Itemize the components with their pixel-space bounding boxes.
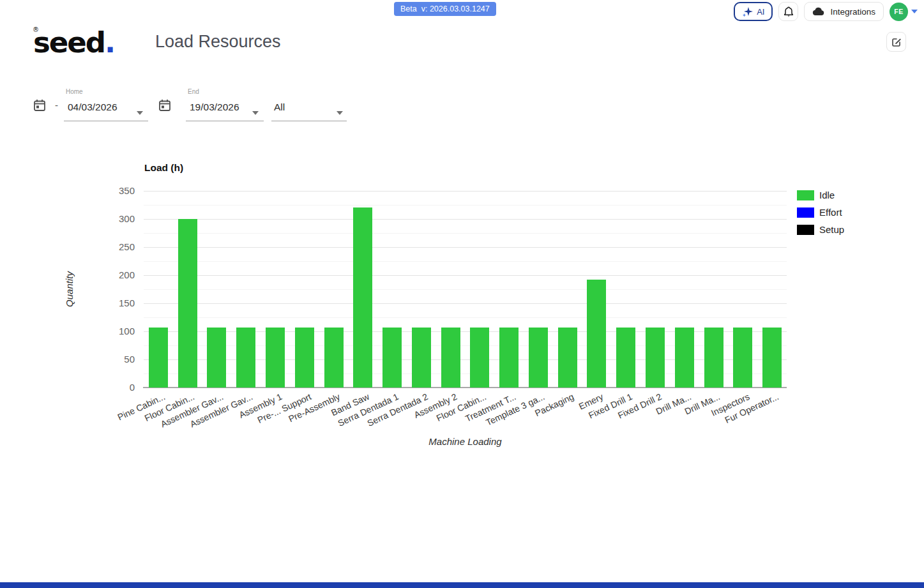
legend-item-effort[interactable]: Effort [797, 207, 844, 218]
bar-idle[interactable] [529, 328, 548, 388]
legend-swatch [797, 207, 814, 218]
bar-idle[interactable] [266, 328, 285, 388]
bar-idle[interactable] [441, 328, 460, 388]
bar-idle[interactable] [499, 328, 519, 388]
bar-idle[interactable] [558, 328, 577, 388]
bar-idle[interactable] [236, 328, 255, 388]
y-axis-tick-label: 300 [96, 213, 135, 224]
bar-idle[interactable] [733, 328, 752, 388]
legend-swatch [797, 190, 814, 200]
bar-idle[interactable] [149, 328, 168, 388]
major-gridline [144, 219, 787, 220]
major-gridline [144, 303, 787, 304]
minor-gridline [144, 205, 787, 206]
major-gridline [144, 275, 787, 276]
bar-idle[interactable] [207, 328, 226, 388]
bar-idle[interactable] [704, 328, 723, 388]
y-axis-tick-label: 100 [96, 326, 135, 336]
y-axis-tick-label: 350 [96, 185, 135, 196]
load-resources-page: Beta v: 2026.03.03.1247 AI [0, 0, 924, 588]
bar-idle[interactable] [762, 328, 782, 388]
bar-idle[interactable] [295, 328, 314, 388]
bar-idle[interactable] [412, 328, 431, 388]
major-gridline [144, 191, 787, 192]
minor-gridline [144, 233, 787, 234]
minor-gridline [144, 261, 787, 262]
bar-idle[interactable] [353, 207, 372, 388]
minor-gridline [144, 317, 787, 318]
y-axis-tick-label: 150 [96, 298, 135, 308]
footer-bar [0, 582, 924, 588]
bar-idle[interactable] [646, 328, 665, 388]
legend-label: Effort [819, 207, 842, 218]
bar-idle[interactable] [675, 328, 694, 388]
legend-label: Setup [819, 224, 844, 235]
bar-idle[interactable] [382, 328, 402, 388]
y-axis-tick-label: 250 [96, 241, 135, 252]
y-axis-tick-label: 0 [96, 382, 135, 393]
legend-item-idle[interactable]: Idle [797, 190, 844, 200]
y-axis-tick-label: 200 [96, 269, 135, 280]
major-gridline [144, 247, 787, 248]
bar-idle[interactable] [470, 328, 489, 388]
bar-chart: 050100150200250300350Pine Cabin...Floor … [0, 0, 924, 588]
bar-idle[interactable] [587, 280, 606, 388]
bar-idle[interactable] [324, 328, 344, 388]
chart-legend: IdleEffortSetup [797, 190, 844, 241]
bar-idle[interactable] [616, 328, 635, 388]
legend-swatch [797, 225, 814, 235]
y-axis-tick-label: 50 [96, 354, 135, 365]
minor-gridline [144, 289, 787, 290]
bar-idle[interactable] [178, 219, 197, 388]
legend-label: Idle [819, 190, 835, 200]
legend-item-setup[interactable]: Setup [797, 224, 844, 235]
